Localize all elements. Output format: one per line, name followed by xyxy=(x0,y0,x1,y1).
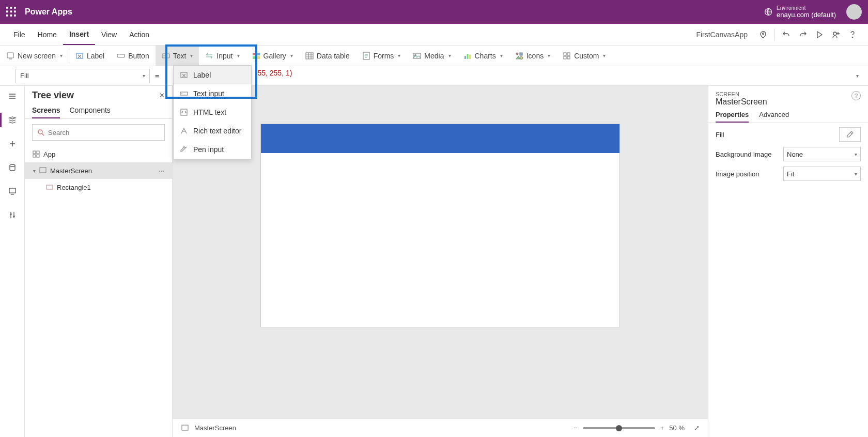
fill-color-picker[interactable] xyxy=(839,127,861,142)
menu-view[interactable]: View xyxy=(95,24,123,45)
svg-rect-41 xyxy=(33,151,36,154)
zoom-out-button[interactable]: − xyxy=(574,424,578,432)
tree-node-label: MasterScreen xyxy=(50,167,92,175)
share-button[interactable] xyxy=(828,26,844,43)
canvas-footer: MasterScreen − + 50 % ⤢ xyxy=(173,418,708,437)
zoom-slider[interactable] xyxy=(583,427,655,429)
redo-button[interactable] xyxy=(795,26,811,43)
screen-preview[interactable] xyxy=(261,124,619,327)
svg-rect-15 xyxy=(117,54,125,57)
fit-to-screen-button[interactable]: ⤢ xyxy=(694,424,700,432)
prop-label: Background image xyxy=(716,150,771,158)
app-checker-icon[interactable] xyxy=(755,26,771,43)
prop-name: MasterScreen xyxy=(716,97,767,107)
bg-image-select[interactable]: None ▾ xyxy=(783,147,861,161)
tree-search-input[interactable] xyxy=(48,129,160,137)
menu-file[interactable]: File xyxy=(7,24,32,45)
media-tab[interactable] xyxy=(6,185,19,198)
insert-button-button[interactable]: Button xyxy=(111,46,155,66)
insert-input-button[interactable]: Input ▾ xyxy=(199,46,245,66)
dd-item-pen-input[interactable]: Pen input xyxy=(174,140,251,159)
property-selector[interactable]: Fill ▾ xyxy=(16,69,150,83)
prop-help-icon[interactable]: ? xyxy=(851,91,861,100)
dd-item-rich-text[interactable]: Rich text editor xyxy=(174,122,251,140)
svg-rect-7 xyxy=(10,14,12,17)
insert-charts-button[interactable]: Charts ▾ xyxy=(457,46,509,66)
tree-node-app[interactable]: App xyxy=(25,146,172,162)
table-icon xyxy=(305,52,314,60)
user-avatar[interactable] xyxy=(846,4,862,20)
svg-point-12 xyxy=(852,37,853,37)
rectangle1-preview[interactable] xyxy=(261,124,619,153)
chevron-down-icon: ▾ xyxy=(448,53,451,58)
formula-input[interactable]: 55, 255, 1) xyxy=(164,69,850,83)
prop-label: Image position xyxy=(716,170,760,178)
menu-action[interactable]: Action xyxy=(123,24,156,45)
screen-icon xyxy=(181,424,189,432)
insert-gallery-button[interactable]: Gallery ▾ xyxy=(246,46,299,66)
rectangle-icon xyxy=(45,183,54,191)
tree-search[interactable] xyxy=(32,124,165,141)
env-label: Environment xyxy=(777,5,836,11)
tree-close-button[interactable]: ✕ xyxy=(159,92,165,99)
formula-expand-button[interactable]: ▾ xyxy=(856,73,859,79)
prop-tabs: Properties Advanced xyxy=(708,108,868,123)
insert-text-button[interactable]: Text ▾ xyxy=(156,46,199,66)
text-icon xyxy=(162,52,170,60)
dd-item-label[interactable]: Label xyxy=(174,66,251,84)
svg-rect-25 xyxy=(464,56,466,59)
dd-item-html-text[interactable]: HTML text xyxy=(174,103,251,122)
zoom-value: 50 % xyxy=(669,424,685,432)
tree-node-rectangle[interactable]: Rectangle1 xyxy=(25,179,172,195)
formula-visible-text: 55, 255, 1) xyxy=(257,69,292,77)
svg-rect-43 xyxy=(33,155,36,157)
waffle-icon[interactable] xyxy=(6,7,17,17)
insert-forms-button[interactable]: Forms ▾ xyxy=(356,46,407,66)
svg-point-10 xyxy=(763,33,764,34)
chevron-down-icon: ▾ xyxy=(855,152,857,157)
prop-tab-properties[interactable]: Properties xyxy=(716,108,749,123)
insert-media-button[interactable]: Media ▾ xyxy=(407,46,457,66)
color-dropper-icon xyxy=(846,130,854,139)
screen-icon xyxy=(39,167,47,175)
insert-datatable-button[interactable]: Data table xyxy=(299,46,356,66)
tree-title: Tree view xyxy=(32,90,74,101)
properties-panel: SCREEN MasterScreen ? Properties Advance… xyxy=(708,86,868,437)
tree-tab-components[interactable]: Components xyxy=(69,103,110,118)
formula-bar: Fill ▾ = 55, 255, 1) ▾ xyxy=(0,66,868,86)
new-screen-button[interactable]: New screen ▾ xyxy=(0,46,69,66)
play-button[interactable] xyxy=(811,26,828,43)
prop-tab-advanced[interactable]: Advanced xyxy=(759,108,789,123)
tree-view-tab[interactable] xyxy=(6,114,19,126)
image-position-select[interactable]: Fit ▾ xyxy=(783,167,861,181)
equals-sign: = xyxy=(155,72,159,80)
insert-icons-label: Icons xyxy=(526,52,544,60)
tree-tab-screens[interactable]: Screens xyxy=(32,103,60,118)
insert-icons-button[interactable]: Icons ▾ xyxy=(509,46,556,66)
svg-rect-21 xyxy=(306,53,313,59)
svg-point-11 xyxy=(833,32,836,35)
prop-row-image-position: Image position Fit ▾ xyxy=(716,167,861,181)
data-tab[interactable] xyxy=(6,161,19,174)
menu-insert[interactable]: Insert xyxy=(63,24,95,45)
environment-info[interactable]: Environment enayu.com (default) xyxy=(777,5,836,19)
svg-rect-36 xyxy=(180,92,188,95)
tree-node-more[interactable]: ⋯ xyxy=(158,167,165,175)
help-button[interactable] xyxy=(844,26,861,43)
tree-node-label: Rectangle1 xyxy=(57,184,91,191)
dd-label: HTML text xyxy=(193,108,226,116)
undo-button[interactable] xyxy=(778,26,795,43)
advanced-tools-tab[interactable] xyxy=(6,209,19,221)
svg-rect-17 xyxy=(253,53,256,55)
menu-home[interactable]: Home xyxy=(32,24,63,45)
hamburger-icon[interactable] xyxy=(6,90,19,102)
insert-label-button[interactable]: Label xyxy=(69,46,111,66)
zoom-in-button[interactable]: + xyxy=(660,424,664,432)
insert-custom-button[interactable]: Custom ▾ xyxy=(556,46,612,66)
tree-node-masterscreen[interactable]: ▾ MasterScreen ⋯ xyxy=(25,162,172,179)
canvas-viewport[interactable] xyxy=(173,86,708,418)
app-icon xyxy=(32,150,40,158)
svg-rect-14 xyxy=(76,53,83,58)
insert-tab[interactable] xyxy=(6,138,19,150)
dd-item-text-input[interactable]: Text input xyxy=(174,84,251,103)
